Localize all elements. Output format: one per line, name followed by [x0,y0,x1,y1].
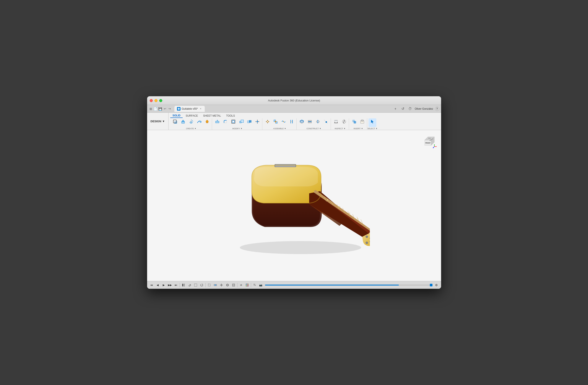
inspect-group: ←→ IN [331,118,349,130]
apps-icon[interactable]: ⊞ [149,107,153,111]
separator-3 [237,283,237,287]
offset-plane-button[interactable] [298,118,306,127]
display-settings-button[interactable] [238,282,244,288]
svg-point-113 [240,284,242,286]
insert-group: INSERT ▼ [349,118,367,130]
save-icon[interactable]: 💾 [158,107,162,111]
svg-rect-20 [249,120,251,122]
scale-button[interactable] [237,118,245,127]
timeline-button[interactable]: TL [252,282,258,288]
svg-rect-6 [182,122,185,123]
midplane-icon [307,119,313,124]
svg-marker-11 [206,120,209,123]
svg-point-72 [240,241,361,254]
axis-through-button[interactable] [314,118,322,127]
skip-end-button[interactable]: ⏭ [173,282,179,288]
motion-study-button[interactable] [280,118,288,127]
svg-marker-23 [257,123,258,124]
user-section[interactable]: Oliver González [415,107,433,110]
pan-button[interactable] [219,282,224,288]
modify-group: MODIFY ▼ [212,118,262,130]
insert-derive-button[interactable] [350,118,358,127]
browser-toggle-button[interactable] [181,282,186,288]
tab-sheet-metal[interactable]: SHEET METAL [201,114,223,118]
tab-bar-actions: + ↺ ⏱ Oliver González ? [393,106,439,112]
svg-rect-95 [184,285,185,286]
loft-button[interactable] [203,118,211,127]
history-button[interactable]: ⏱ [407,106,413,112]
svg-point-33 [275,121,276,122]
extrude-icon [180,119,186,124]
svg-point-21 [257,121,258,122]
canvas-icon [360,119,365,124]
orbit-button[interactable] [225,282,230,288]
shell-button[interactable] [230,118,237,127]
minimize-button[interactable] [154,99,158,102]
svg-rect-116 [246,285,247,286]
step-back-button[interactable]: ◀ [155,282,161,288]
select-icon [370,119,375,124]
step-forward-button[interactable]: ▶▶ [167,282,173,288]
tab-surface[interactable]: SURFACE [184,114,200,118]
canvas-button[interactable] [358,118,366,127]
close-button[interactable] [150,99,153,102]
inspect-group-label: INSPECT ▼ [335,127,346,130]
design-button[interactable]: DESIGN ▼ [147,113,169,130]
skip-start-button[interactable]: ⏮ [149,282,154,288]
revolve-button[interactable] [187,118,195,127]
revolve-icon [189,119,194,124]
enable-contact-button[interactable] [288,118,295,127]
zoom-fit-button[interactable] [231,282,236,288]
box-select-button[interactable] [193,282,198,288]
svg-rect-16 [232,120,234,123]
capture-image-button[interactable]: 📷 [258,282,264,288]
point-button[interactable] [322,118,330,127]
svg-marker-25 [258,121,259,122]
tab-close-button[interactable]: × [199,107,202,110]
svg-point-87 [366,236,368,238]
svg-marker-104 [221,286,222,286]
svg-text:←→: ←→ [335,120,337,122]
viewport[interactable]: FRONT RIGHT TOP [147,130,441,281]
fillet-icon [223,119,228,124]
sketch-button[interactable] [187,282,192,288]
measure-button[interactable]: ←→ [332,118,340,127]
press-pull-button[interactable] [213,118,221,127]
extrude-button[interactable] [179,118,187,127]
refresh-button[interactable]: ↺ [400,106,406,112]
zebra-button[interactable] [340,118,348,127]
svg-rect-97 [194,284,197,286]
tab-solid[interactable]: SOLID [170,113,183,118]
sweep-button[interactable] [195,118,203,127]
svg-rect-114 [246,284,247,285]
select-button[interactable] [369,118,376,127]
maximize-button[interactable] [159,99,162,102]
document-tab[interactable]: Guitalele v55* × [174,106,205,112]
svg-marker-7 [182,120,185,122]
settings-button[interactable]: ⚙ [434,282,439,288]
title-bar: Autodesk Fusion 360 (Education License) [147,96,441,105]
section-analysis-button[interactable] [212,282,218,288]
joint-button[interactable] [264,118,272,127]
move-button[interactable] [253,118,261,127]
new-component-button[interactable] [171,118,179,127]
play-button[interactable]: ▶ [161,282,167,288]
separator-1 [180,283,180,287]
viewcube[interactable]: FRONT RIGHT TOP [420,134,438,151]
midplane-button[interactable] [306,118,314,127]
as-built-joint-button[interactable] [272,118,279,127]
undo-icon[interactable]: ↩ [163,107,167,111]
help-button[interactable]: ? [435,107,439,111]
design-dropdown-arrow: ▼ [162,120,165,123]
fillet-button[interactable] [221,118,229,127]
svg-rect-55 [354,121,356,123]
tab-tools[interactable]: TOOLS [224,114,237,118]
redo-icon[interactable]: ↪ [168,107,172,111]
add-tab-button[interactable]: + [393,106,398,112]
hide-body-button[interactable] [207,282,212,288]
visual-style-button[interactable] [244,282,250,288]
traffic-lights [150,99,162,102]
file-icon[interactable]: 📄 [154,107,158,111]
lasso-select-button[interactable] [199,282,205,288]
combine-button[interactable] [246,118,253,127]
